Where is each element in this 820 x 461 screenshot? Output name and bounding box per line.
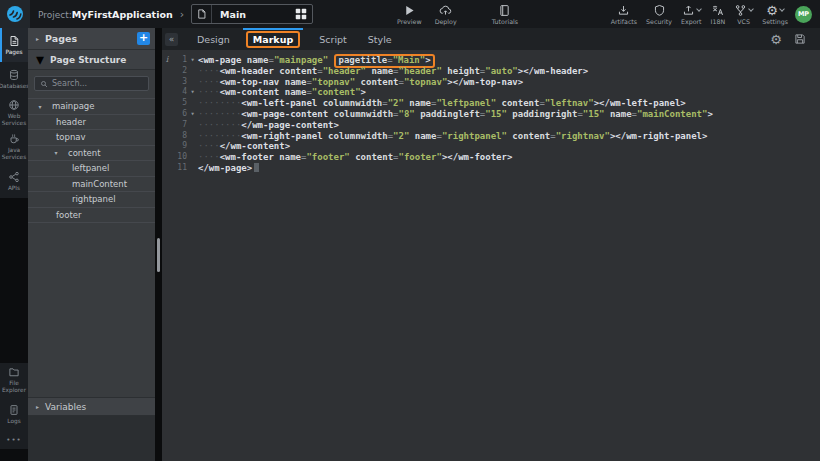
- page-selector[interactable]: Main: [191, 4, 313, 24]
- preview-button[interactable]: Preview: [397, 3, 422, 25]
- line-number: 7: [172, 120, 187, 131]
- page-structure-tree: ▾mainpageheadertopnav▾contentleftpanelma…: [28, 98, 155, 222]
- artifacts-download-icon: [617, 4, 630, 17]
- code-line-7: 7········</wm-page-content>: [162, 120, 820, 131]
- page-doc-icon: [192, 5, 212, 23]
- deploy-button[interactable]: Deploy: [435, 3, 457, 25]
- artifacts-button[interactable]: Artifacts: [611, 3, 637, 25]
- line-number: 11: [172, 163, 187, 174]
- settings-button[interactable]: ⚙Settings: [762, 3, 788, 25]
- line-number: 2: [172, 66, 187, 77]
- gutter-info-icon: [162, 131, 172, 142]
- gutter-info-icon: [162, 109, 172, 120]
- tutorials-book-icon: [498, 4, 511, 17]
- text-cursor: [254, 163, 259, 172]
- panel-filler: [28, 223, 155, 397]
- rail-item-label: APIs: [8, 185, 20, 192]
- page-structure-header[interactable]: ▾ Page Structure: [28, 50, 155, 70]
- variables-section-header[interactable]: ▸ Variables: [28, 397, 155, 416]
- folder-icon: [8, 366, 20, 378]
- apis-nodes-icon: [8, 171, 20, 183]
- pages-section-label: Pages: [45, 33, 77, 44]
- action-label: Deploy: [435, 18, 457, 25]
- tree-item-topnav[interactable]: topnav: [28, 129, 155, 145]
- rail-item-databases[interactable]: Databases: [0, 62, 28, 96]
- fold-toggle-icon[interactable]: ▾: [187, 109, 198, 120]
- page-structure-label: Page Structure: [50, 55, 126, 65]
- selected-page-name: Main: [212, 9, 290, 20]
- tree-item-label: leftpanel: [72, 163, 109, 173]
- panel-scrollbar[interactable]: [155, 28, 162, 461]
- line-number: 6: [172, 109, 187, 120]
- code-line-10: 10····<wm-footer name="footer" content="…: [162, 152, 820, 163]
- markup-settings-gear-icon[interactable]: ⚙: [770, 33, 782, 46]
- rail-more-button[interactable]: •••: [0, 431, 28, 449]
- vcs-branch-icon: [734, 4, 747, 17]
- code-line-9: 9····</wm-content>: [162, 141, 820, 152]
- line-number: 1: [172, 55, 187, 66]
- export-button[interactable]: Export: [681, 3, 702, 25]
- security-button[interactable]: Security: [646, 3, 672, 25]
- settings-gear-icon: ⚙: [766, 4, 778, 17]
- project-name: MyFirstApplication: [72, 9, 173, 20]
- add-page-button[interactable]: +: [137, 32, 150, 45]
- scrollbar-thumb[interactable]: [157, 238, 160, 272]
- fold-toggle-icon[interactable]: ▾: [187, 87, 198, 98]
- rail-item-pages[interactable]: Pages: [0, 28, 28, 62]
- tree-item-label: rightpanel: [72, 194, 116, 204]
- code-line-6: 6▾········<wm-page-content columnwidth="…: [162, 109, 820, 120]
- rail-item-file-explorer[interactable]: File Explorer: [0, 363, 28, 397]
- action-label: Artifacts: [611, 18, 637, 25]
- gutter-info-icon: i: [162, 55, 172, 66]
- pages-icon: [8, 35, 20, 47]
- line-number: 5: [172, 98, 187, 109]
- tree-item-content[interactable]: ▾content: [28, 145, 155, 161]
- fold-toggle-icon[interactable]: ▾: [187, 55, 198, 66]
- fold-toggle-icon: [187, 77, 198, 88]
- collapse-panel-button[interactable]: «: [165, 33, 178, 46]
- search-input[interactable]: [52, 79, 143, 88]
- tab-markup[interactable]: Markup: [246, 31, 300, 48]
- tree-item-mainContent[interactable]: mainContent: [28, 176, 155, 192]
- logs-doc-icon: [8, 404, 20, 416]
- markup-code-editor[interactable]: i1▾<wm-page name="mainpage" pagetitle="M…: [162, 50, 820, 461]
- pages-section-header[interactable]: ▸ Pages +: [28, 28, 155, 50]
- chevron-down-icon[interactable]: ▾: [52, 149, 60, 156]
- i18n-button[interactable]: I18N: [711, 3, 726, 25]
- pages-panel: ▸ Pages + ▾ Page Structure ▾mainpagehead…: [28, 28, 155, 461]
- code-line-3: 3····<wm-top-nav name="topnav" content="…: [162, 77, 820, 88]
- chevron-down-icon[interactable]: ▾: [36, 103, 44, 110]
- tree-item-mainpage[interactable]: ▾mainpage: [28, 98, 155, 114]
- save-icon[interactable]: [794, 33, 806, 45]
- rail-item-java-services[interactable]: Java Services: [0, 130, 28, 164]
- page-grid-icon[interactable]: [290, 8, 312, 20]
- fold-toggle-icon: [187, 131, 198, 142]
- chevron-right-icon: ›: [180, 8, 184, 21]
- tab-style[interactable]: Style: [366, 32, 394, 47]
- rail-item-apis[interactable]: APIs: [0, 164, 28, 198]
- rail-item-logs[interactable]: Logs: [0, 397, 28, 431]
- user-avatar[interactable]: MP: [795, 6, 812, 23]
- chevron-right-icon: ▸: [36, 35, 39, 42]
- wavemaker-logo[interactable]: [0, 0, 30, 28]
- editor-tab-bar: « DesignMarkupScriptStyle ⚙: [162, 28, 820, 50]
- tree-item-header[interactable]: header: [28, 114, 155, 130]
- vcs-button[interactable]: VCS: [734, 3, 753, 25]
- fold-toggle-icon: [187, 66, 198, 77]
- chevron-down-icon: [748, 6, 754, 12]
- tree-item-rightpanel[interactable]: rightpanel: [28, 191, 155, 207]
- tree-item-label: content: [68, 148, 101, 158]
- structure-search[interactable]: [34, 76, 149, 91]
- top-bar: Project:MyFirstApplication › Main Previe…: [0, 0, 820, 28]
- tab-design[interactable]: Design: [195, 32, 232, 47]
- tutorials-button[interactable]: Tutorials: [492, 3, 518, 25]
- code-line-1: i1▾<wm-page name="mainpage" pagetitle="M…: [162, 55, 820, 66]
- rail-item-web-services[interactable]: Web Services: [0, 96, 28, 130]
- tree-item-footer[interactable]: footer: [28, 207, 155, 223]
- code-line-2: 2····<wm-header content="header" name="h…: [162, 66, 820, 77]
- code-line-5: 5········<wm-left-panel columnwidth="2" …: [162, 98, 820, 109]
- tree-item-leftpanel[interactable]: leftpanel: [28, 160, 155, 176]
- fold-toggle-icon: [187, 98, 198, 109]
- action-label: Export: [681, 18, 702, 25]
- tab-script[interactable]: Script: [317, 32, 349, 47]
